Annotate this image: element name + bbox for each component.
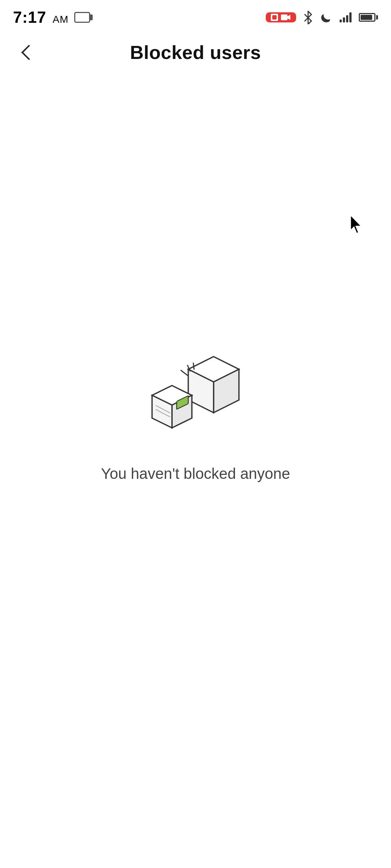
svg-line-12	[193, 363, 194, 369]
recording-camera-icon	[281, 14, 291, 21]
recording-badge	[266, 12, 296, 22]
app-bar: Blocked users	[0, 33, 391, 72]
page-title: Blocked users	[130, 42, 261, 63]
blocked-users-illustration	[145, 349, 246, 443]
status-bar-left: 7:17 AM	[13, 8, 90, 26]
recording-dot	[271, 14, 278, 21]
svg-line-10	[181, 370, 188, 375]
bluetooth-icon	[303, 10, 313, 24]
camera-status-icon	[74, 12, 90, 23]
time-value: 7:17	[13, 8, 46, 26]
empty-state-message: You haven't blocked anyone	[101, 465, 290, 482]
main-content: You haven't blocked anyone	[0, 72, 391, 868]
back-chevron-icon	[21, 45, 37, 60]
svg-rect-0	[281, 14, 287, 20]
moon-icon	[320, 11, 332, 24]
back-button[interactable]	[14, 40, 40, 65]
status-time: 7:17 AM	[13, 8, 68, 26]
status-bar: 7:17 AM	[0, 0, 391, 33]
wifi-icon	[340, 12, 352, 22]
time-period: AM	[52, 14, 68, 25]
status-bar-right	[266, 10, 378, 24]
battery-icon	[359, 13, 378, 22]
